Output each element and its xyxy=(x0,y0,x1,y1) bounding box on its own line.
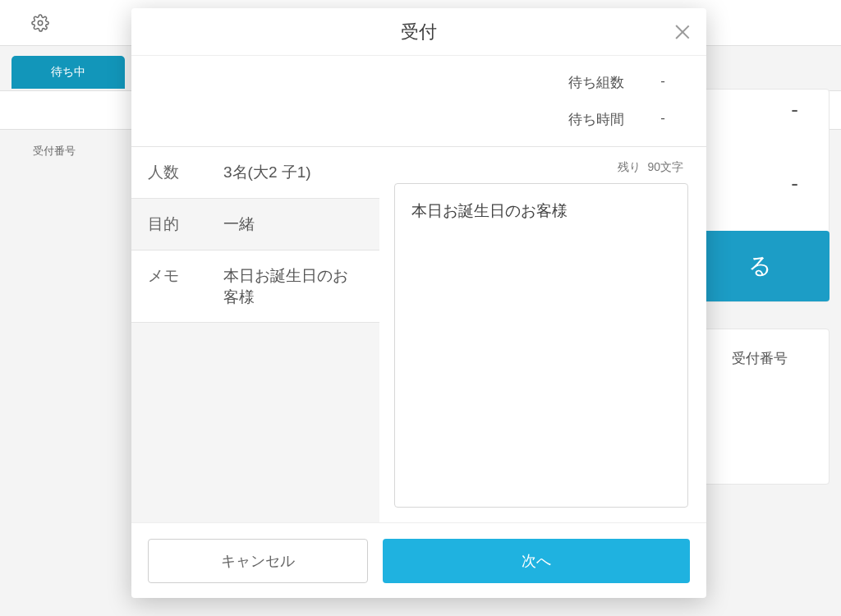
bg-right-action-button[interactable]: る xyxy=(690,231,830,301)
next-button[interactable]: 次へ xyxy=(383,539,690,583)
bg-col-receipt-no: 受付番号 xyxy=(33,144,76,159)
info-wait-groups: 待ち組数 - xyxy=(568,73,665,92)
field-purpose-value: 一緒 xyxy=(223,214,363,235)
field-memo-label: メモ xyxy=(148,265,223,307)
gear-icon[interactable] xyxy=(31,14,49,32)
modal-info: 待ち組数 - 待ち時間 - xyxy=(131,56,706,146)
tab-waiting[interactable]: 待ち中 xyxy=(11,56,125,89)
char-remaining-count: 90文字 xyxy=(647,160,683,173)
field-count[interactable]: 人数 3名(大2 子1) xyxy=(131,147,379,199)
field-purpose[interactable]: 目的 一緒 xyxy=(131,199,379,251)
field-memo[interactable]: メモ 本日お誕生日のお客様 xyxy=(131,251,379,323)
field-purpose-label: 目的 xyxy=(148,214,223,235)
wait-groups-label: 待ち組数 xyxy=(568,73,624,92)
field-memo-value: 本日お誕生日のお客様 xyxy=(223,265,363,307)
bg-right-receipt-card: 受付番号 xyxy=(690,329,830,485)
char-remaining: 残り90文字 xyxy=(394,157,688,183)
close-icon[interactable] xyxy=(673,23,692,41)
wait-groups-value: - xyxy=(660,73,665,92)
field-count-label: 人数 xyxy=(148,162,223,183)
cancel-button[interactable]: キャンセル xyxy=(148,539,368,583)
svg-point-0 xyxy=(38,21,43,25)
modal-header: 受付 xyxy=(131,8,706,56)
memo-column: 残り90文字 xyxy=(379,147,706,522)
info-wait-time: 待ち時間 - xyxy=(568,110,665,129)
wait-time-label: 待ち時間 xyxy=(568,110,624,129)
bg-right-receipt-label: 受付番号 xyxy=(732,351,788,366)
wait-time-value: - xyxy=(660,110,665,129)
reception-modal: 受付 待ち組数 - 待ち時間 - 人数 3名(大2 子1) 目的 一緒 メモ 本… xyxy=(131,8,706,598)
modal-footer: キャンセル 次へ xyxy=(131,522,706,598)
modal-title: 受付 xyxy=(401,20,437,44)
char-remaining-label: 残り xyxy=(618,160,641,173)
bg-right-value-1: - xyxy=(791,97,798,122)
bg-right-value-2: - xyxy=(791,171,798,196)
modal-body: 人数 3名(大2 子1) 目的 一緒 メモ 本日お誕生日のお客様 残り90文字 xyxy=(131,146,706,522)
memo-textarea[interactable] xyxy=(394,183,688,508)
summary-column: 人数 3名(大2 子1) 目的 一緒 メモ 本日お誕生日のお客様 xyxy=(131,147,379,522)
field-count-value: 3名(大2 子1) xyxy=(223,162,363,183)
